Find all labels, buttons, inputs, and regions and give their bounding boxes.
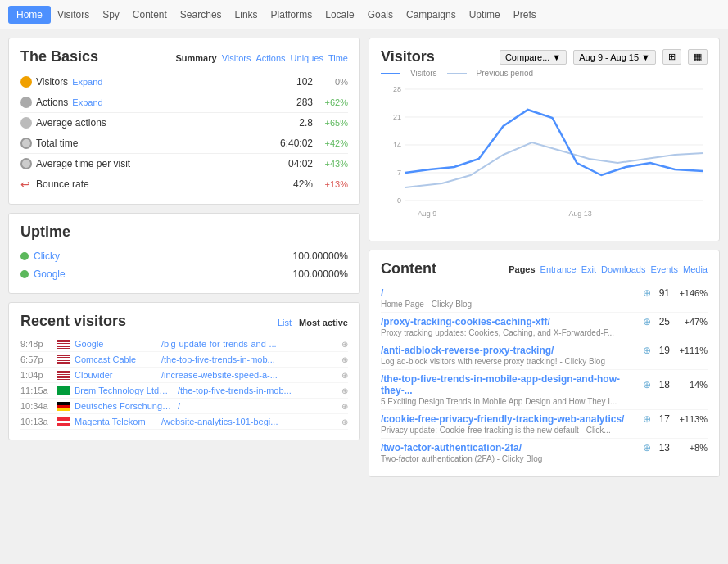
visitors-label: Visitors bbox=[36, 76, 68, 88]
content-sub-5: Two-factor authentication (2FA) - Clicky… bbox=[381, 454, 708, 463]
content-row-top-5: /two-factor-authentication-2fa/ ⊕ 13 +8% bbox=[381, 442, 708, 453]
flag-icon-4 bbox=[57, 402, 70, 411]
visitor-row-5: 10:13a Magenta Telekom /website-analytic… bbox=[20, 414, 348, 430]
avg-time-value: 04:02 bbox=[288, 158, 313, 169]
total-time-change: +42% bbox=[319, 138, 348, 148]
content-tab-downloads[interactable]: Downloads bbox=[601, 264, 645, 274]
recent-visitors-title: Recent visitors bbox=[20, 313, 126, 330]
visitor-row-0: 9:48p Google /big-update-for-trends-and-… bbox=[20, 336, 348, 352]
bounce-label: Bounce rate bbox=[36, 178, 89, 190]
nav-locale[interactable]: Locale bbox=[319, 0, 360, 29]
recent-tab-most-active[interactable]: Most active bbox=[299, 318, 348, 327]
visitor-isp-3[interactable]: Brem Technology Ltda - Me bbox=[75, 386, 173, 395]
recent-visitors-tabs: List Most active bbox=[273, 318, 348, 327]
basics-tab-summary[interactable]: Summary bbox=[176, 53, 217, 63]
bounce-label-part: ↩ Bounce rate bbox=[20, 178, 293, 190]
nav-visitors[interactable]: Visitors bbox=[51, 0, 96, 29]
nav-prefs[interactable]: Prefs bbox=[507, 0, 543, 29]
recent-visitors-header: Recent visitors List Most active bbox=[20, 313, 348, 330]
visitors-label-part: Visitors Expand bbox=[20, 76, 296, 88]
content-tab-pages[interactable]: Pages bbox=[509, 264, 535, 274]
nav-home[interactable]: Home bbox=[8, 6, 51, 24]
uptime-header: Uptime bbox=[20, 223, 348, 241]
visitors-expand[interactable]: Expand bbox=[72, 77, 102, 87]
content-page-link-3[interactable]: /the-top-five-trends-in-mobile-app-desig… bbox=[381, 373, 643, 396]
avg-actions-icon bbox=[20, 117, 32, 129]
nav-uptime[interactable]: Uptime bbox=[463, 0, 507, 29]
content-tab-exit[interactable]: Exit bbox=[581, 264, 596, 274]
visit-time-0: 9:48p bbox=[20, 339, 52, 349]
clicky-link[interactable]: Clicky bbox=[34, 250, 288, 262]
basics-tab-time[interactable]: Time bbox=[328, 53, 348, 63]
legend-prev-label: Previous period bbox=[477, 69, 533, 78]
visitor-action-icon-3: ⊕ bbox=[341, 386, 348, 395]
visitor-isp-5[interactable]: Magenta Telekom bbox=[75, 417, 156, 426]
total-time-value: 6:40:02 bbox=[280, 138, 313, 149]
avg-actions-label: Average actions bbox=[36, 117, 106, 129]
visitor-isp-2[interactable]: Clouvider bbox=[75, 370, 156, 380]
content-action-icon-2: ⊕ bbox=[643, 345, 651, 356]
content-page-link-2[interactable]: /anti-adblock-reverse-proxy-tracking/ bbox=[381, 345, 643, 356]
visitors-icon bbox=[20, 76, 32, 88]
export-button[interactable]: ⊞ bbox=[662, 49, 681, 65]
content-sub-1: Proxy tracking updates: Cookies, Caching… bbox=[381, 328, 708, 337]
google-uptime-value: 100.00000% bbox=[293, 268, 348, 280]
nav-goals[interactable]: Goals bbox=[361, 0, 400, 29]
content-page-link-4[interactable]: /cookie-free-privacy-friendly-tracking-w… bbox=[381, 413, 643, 425]
recent-tab-list[interactable]: List bbox=[278, 318, 292, 327]
basics-tab-actions[interactable]: Actions bbox=[256, 53, 286, 63]
compare-button[interactable]: Compare... ▼ bbox=[500, 50, 567, 65]
total-time-icon bbox=[20, 138, 32, 149]
content-page-link-1[interactable]: /proxy-tracking-cookies-caching-xff/ bbox=[381, 316, 643, 327]
visitor-row-2: 1:04p Clouvider /increase-website-speed-… bbox=[20, 368, 348, 383]
avg-time-label-part: Average time per visit bbox=[20, 158, 288, 169]
date-range-button[interactable]: Aug 9 - Aug 15 ▼ bbox=[573, 50, 656, 65]
visitor-page-5[interactable]: /website-analytics-101-begi... bbox=[161, 417, 337, 426]
svg-text:Aug 13: Aug 13 bbox=[568, 210, 591, 218]
visitor-page-1[interactable]: /the-top-five-trends-in-mob... bbox=[161, 354, 337, 364]
flag-icon-0 bbox=[57, 340, 70, 349]
content-change-3: -14% bbox=[675, 380, 708, 390]
chart-legend: Visitors Previous period bbox=[381, 69, 708, 78]
visitor-page-3[interactable]: /the-top-five-trends-in-mob... bbox=[178, 386, 337, 395]
basics-tab-visitors[interactable]: Visitors bbox=[222, 53, 251, 63]
visitor-page-0[interactable]: /big-update-for-trends-and-... bbox=[161, 339, 337, 349]
content-tab-media[interactable]: Media bbox=[683, 264, 708, 274]
bounce-value: 42% bbox=[293, 178, 313, 190]
legend-prev-line bbox=[447, 73, 467, 74]
content-page-link-5[interactable]: /two-factor-authentication-2fa/ bbox=[381, 442, 643, 453]
nav-campaigns[interactable]: Campaigns bbox=[400, 0, 463, 29]
visitor-isp-0[interactable]: Google bbox=[75, 339, 156, 349]
content-count-4: 17 bbox=[659, 413, 670, 425]
right-panel: Visitors Compare... ▼ Aug 9 - Aug 15 ▼ ⊞… bbox=[369, 38, 720, 556]
basics-tab-uniques[interactable]: Uniques bbox=[291, 53, 323, 63]
content-tab-entrance[interactable]: Entrance bbox=[540, 264, 577, 274]
visitor-page-4[interactable]: / bbox=[178, 401, 337, 411]
content-row-top-3: /the-top-five-trends-in-mobile-app-desig… bbox=[381, 373, 708, 396]
avg-actions-value: 2.8 bbox=[299, 117, 313, 129]
content-tab-events[interactable]: Events bbox=[650, 264, 678, 274]
actions-expand[interactable]: Expand bbox=[72, 97, 102, 107]
chart-controls: Compare... ▼ Aug 9 - Aug 15 ▼ ⊞ ▦ bbox=[500, 49, 708, 65]
google-link[interactable]: Google bbox=[34, 268, 288, 280]
nav-searches[interactable]: Searches bbox=[174, 0, 228, 29]
content-sub-0: Home Page - Clicky Blog bbox=[381, 300, 708, 309]
content-row-3: /the-top-five-trends-in-mobile-app-desig… bbox=[381, 370, 708, 410]
content-count-2: 19 bbox=[659, 345, 670, 356]
basics-row-actions: Actions Expand 283 +62% bbox=[20, 92, 348, 113]
nav-links[interactable]: Links bbox=[228, 0, 265, 29]
nav-content[interactable]: Content bbox=[126, 0, 174, 29]
visitors-chart-card: Visitors Compare... ▼ Aug 9 - Aug 15 ▼ ⊞… bbox=[369, 38, 720, 241]
visitor-page-2[interactable]: /increase-website-speed-a-... bbox=[161, 370, 337, 380]
visitor-isp-1[interactable]: Comcast Cable bbox=[75, 354, 156, 364]
basics-tabs: Summary Visitors Actions Uniques Time bbox=[176, 53, 349, 63]
nav-platforms[interactable]: Platforms bbox=[265, 0, 319, 29]
chart-type-button[interactable]: ▦ bbox=[688, 49, 708, 65]
visitor-isp-4[interactable]: Deutsches Forschungsnetz bbox=[75, 401, 173, 411]
visit-time-5: 10:13a bbox=[20, 417, 52, 426]
legend-visitors-label: Visitors bbox=[410, 69, 437, 78]
basics-row-avg-actions: Average actions 2.8 +65% bbox=[20, 113, 348, 133]
content-page-link-0[interactable]: / bbox=[381, 287, 643, 299]
uptime-card: Uptime Clicky 100.00000% Google 100.0000… bbox=[8, 213, 360, 294]
nav-spy[interactable]: Spy bbox=[96, 0, 126, 29]
